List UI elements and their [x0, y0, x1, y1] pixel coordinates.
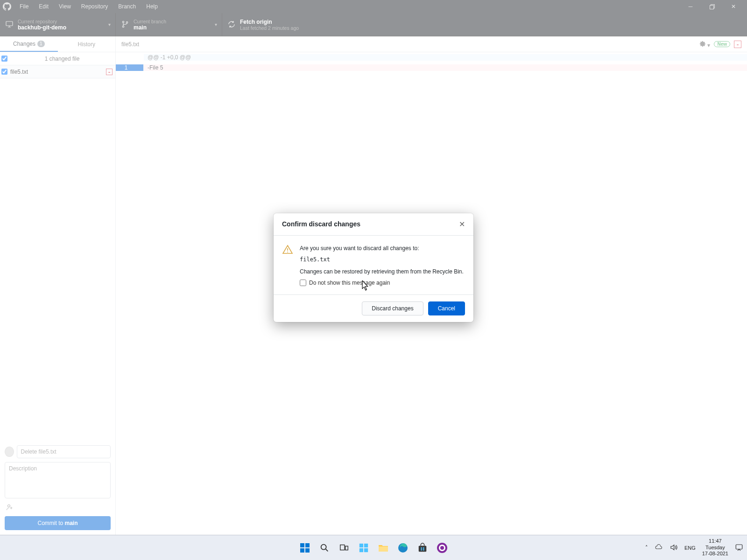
app-window: File Edit View Repository Branch Help ─ … — [0, 0, 747, 535]
start-button[interactable] — [297, 540, 313, 556]
clock-date: 17-08-2021 — [702, 551, 728, 557]
modal-overlay: Confirm discard changes ✕ Are you sure y… — [0, 0, 747, 535]
edge-icon[interactable] — [395, 540, 411, 556]
widgets-icon[interactable] — [356, 540, 372, 556]
clock-time: 11:47 — [702, 538, 728, 545]
discard-changes-dialog: Confirm discard changes ✕ Are you sure y… — [274, 213, 473, 322]
svg-rect-15 — [364, 543, 368, 547]
svg-rect-10 — [305, 548, 310, 553]
notifications-icon[interactable] — [735, 543, 743, 553]
svg-point-11 — [321, 544, 326, 549]
cancel-button[interactable]: Cancel — [428, 301, 465, 315]
svg-rect-8 — [305, 543, 310, 547]
svg-rect-23 — [421, 549, 422, 550]
onedrive-icon[interactable] — [655, 543, 663, 553]
volume-icon[interactable] — [669, 543, 678, 553]
dialog-message-2: Changes can be restored by retrieving th… — [300, 267, 465, 276]
svg-rect-14 — [359, 543, 363, 547]
tray-chevron-icon[interactable]: ˄ — [645, 545, 648, 551]
warning-icon — [282, 244, 293, 286]
svg-rect-18 — [379, 546, 388, 552]
clock-day: Tuesday — [702, 545, 728, 551]
search-icon[interactable] — [317, 540, 332, 556]
svg-rect-28 — [736, 545, 742, 549]
dialog-message-1: Are you sure you want to discard all cha… — [300, 244, 465, 252]
svg-point-6 — [287, 252, 288, 252]
clock[interactable]: 11:47 Tuesday 17-08-2021 — [702, 538, 728, 557]
svg-rect-12 — [340, 545, 345, 550]
svg-rect-21 — [421, 547, 422, 549]
task-view-icon[interactable] — [336, 540, 352, 556]
svg-point-27 — [440, 546, 444, 550]
store-icon[interactable] — [415, 540, 430, 556]
close-icon[interactable]: ✕ — [459, 220, 465, 229]
discard-changes-button[interactable]: Discard changes — [362, 301, 423, 315]
svg-rect-24 — [423, 549, 424, 550]
taskbar: ˄ ENG 11:47 Tuesday 17-08-2021 — [0, 535, 747, 560]
svg-rect-17 — [364, 548, 368, 552]
svg-rect-13 — [345, 546, 348, 550]
svg-rect-20 — [419, 546, 427, 552]
dont-show-again-text: Do not show this message again — [309, 280, 390, 286]
dialog-title: Confirm discard changes — [282, 220, 360, 228]
dont-show-again-checkbox[interactable] — [300, 280, 306, 286]
language-indicator[interactable]: ENG — [684, 545, 696, 551]
svg-rect-9 — [300, 548, 304, 553]
svg-rect-7 — [300, 543, 304, 547]
explorer-icon[interactable] — [375, 540, 391, 556]
dont-show-again-label[interactable]: Do not show this message again — [300, 280, 465, 286]
github-desktop-icon[interactable] — [434, 540, 450, 556]
dialog-filename: file5.txt — [300, 256, 465, 263]
svg-rect-22 — [423, 547, 424, 549]
svg-rect-16 — [359, 548, 363, 552]
